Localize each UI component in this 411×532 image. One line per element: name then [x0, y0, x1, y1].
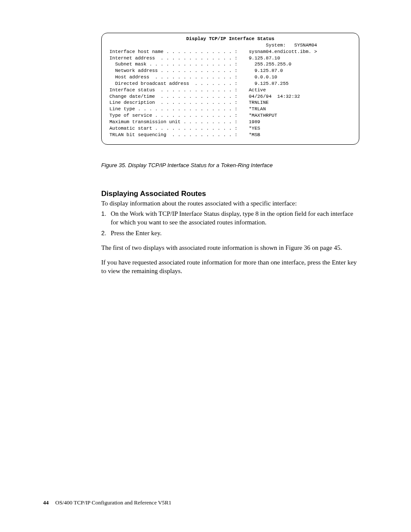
ordered-list: 1. On the Work with TCP/IP Interface Sta…: [101, 210, 359, 238]
terminal-panel: Display TCP/IP Interface Status System: …: [101, 33, 359, 145]
list-text: Press the Enter key.: [111, 229, 162, 238]
terminal-line: Directed broadcast address . . . . . . .…: [109, 81, 351, 87]
text: .: [340, 244, 342, 251]
paragraph: The first of two displays with associate…: [101, 244, 359, 252]
terminal-line: Change date/time . . . . . . . . . . . .…: [109, 93, 351, 100]
page: Display TCP/IP Interface Status System: …: [0, 0, 411, 532]
section-heading: Displaying Associated Routes: [101, 189, 359, 199]
terminal-line: Interface host name . . . . . . . . . . …: [109, 49, 351, 55]
list-text: On the Work with TCP/IP Interface Status…: [111, 210, 359, 227]
page-footer: 44 OS/400 TCP/IP Configuration and Refer…: [43, 499, 171, 506]
terminal-line: Line type . . . . . . . . . . . . . . . …: [109, 106, 351, 112]
terminal-line: Internet address . . . . . . . . . . . .…: [109, 55, 351, 62]
terminal-line: Subnet mask . . . . . . . . . . . . . . …: [109, 61, 351, 68]
list-item: 2. Press the Enter key.: [101, 229, 359, 238]
figure-caption: Figure 35. Display TCP/IP Interface Stat…: [101, 162, 359, 168]
intro-paragraph: To display information about the routes …: [101, 199, 359, 208]
body-text: Displaying Associated Routes To display …: [101, 189, 359, 276]
terminal-line: Type of service . . . . . . . . . . . . …: [109, 112, 351, 119]
terminal-title: Display TCP/IP Interface Status: [109, 36, 351, 42]
terminal-line: TRLAN bit sequencing . . . . . . . . . .…: [109, 132, 351, 138]
terminal-line: Maximum transmission unit . . . . . . . …: [109, 119, 351, 125]
page-number: 44: [43, 499, 49, 506]
paragraph: If you have requested associated route i…: [101, 258, 359, 276]
terminal-line: Line description . . . . . . . . . . . .…: [109, 100, 351, 106]
terminal-line: Automatic start . . . . . . . . . . . . …: [109, 125, 351, 132]
terminal-line: Host address . . . . . . . . . . . . . .…: [109, 74, 351, 81]
list-number: 2.: [101, 229, 111, 238]
text: The first of two displays with associate…: [101, 244, 285, 251]
page-link[interactable]: on page 45: [312, 244, 340, 251]
terminal-system-line: System: SYSNAM04: [109, 42, 351, 49]
list-item: 1. On the Work with TCP/IP Interface Sta…: [101, 210, 359, 227]
doc-title: OS/400 TCP/IP Configuration and Referenc…: [55, 499, 171, 506]
terminal-line: Network address . . . . . . . . . . . . …: [109, 68, 351, 74]
terminal-line: Interface status . . . . . . . . . . . .…: [109, 87, 351, 93]
figure-link[interactable]: Figure 36: [285, 244, 310, 251]
list-number: 1.: [101, 210, 111, 227]
